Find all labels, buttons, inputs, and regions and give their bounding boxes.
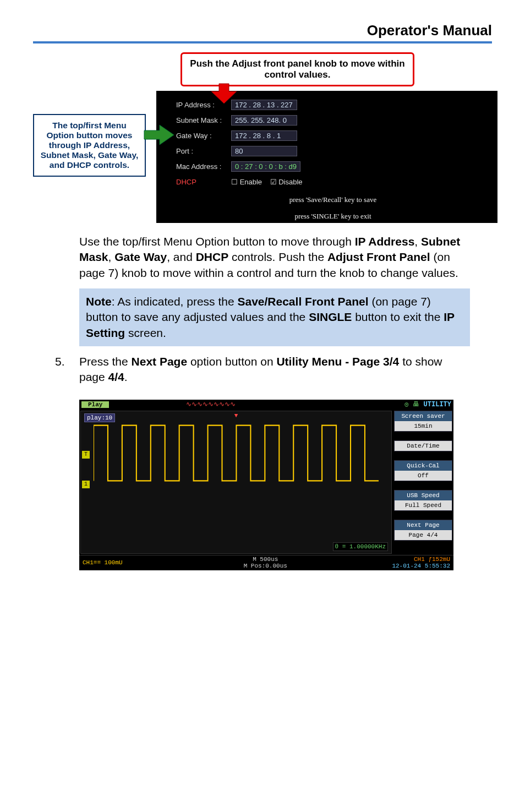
port-field[interactable]: 80: [231, 146, 297, 156]
ip-setting-diagram: IP Address : 172 . 28 . 13 . 227 Subnet …: [33, 52, 492, 223]
mac-address-label: Mac Address :: [176, 162, 231, 171]
menu-date-time[interactable]: Date/Time: [394, 440, 452, 451]
dhcp-enable-checkbox[interactable]: ☐: [231, 178, 240, 186]
menu-label: Screen saver: [395, 411, 452, 421]
step-body: Press the Next Page option button on Uti…: [79, 354, 470, 385]
scope-frequency: θ = 1.00000KHz: [333, 542, 388, 551]
callout-menu-option: The top/first Menu Option button moves t…: [33, 114, 146, 177]
status-icons: ◎ 🖶: [404, 400, 419, 408]
subnet-mask-row: Subnet Mask : 255. 255. 248. 0: [176, 114, 490, 126]
scope-play-count: play:10: [84, 413, 115, 422]
gateway-field[interactable]: 172 . 28 . 8 . 1: [231, 130, 297, 141]
scope-utility-label: UTILITY: [424, 401, 451, 408]
menu-value: Off: [395, 471, 452, 481]
menu-label: Next Page: [395, 520, 452, 530]
dhcp-enable-text: Enable: [240, 178, 262, 186]
dhcp-row: DHCP ☐ Enable ☑ Disable: [176, 176, 490, 188]
waveform: [94, 422, 379, 484]
scope-timebase: M 500usM Pos:0.00us: [244, 556, 287, 569]
menu-usb-speed[interactable]: USB Speed Full Speed: [394, 490, 452, 511]
scope-plot-area: play:10 ▼ T 1 θ = 1.00000KHz: [80, 411, 392, 554]
waveform-icon: ∿∿∿∿∿∿∿∿∿: [186, 400, 236, 408]
note-box: Note: As indicated, press the Save/Recal…: [79, 288, 470, 346]
step-5: 5. Press the Next Page option button on …: [55, 354, 470, 385]
ip-footer-exit: press 'SINGLE' key to exit: [176, 212, 490, 221]
scope-play-indicator: Play: [81, 401, 109, 408]
menu-label: USB Speed: [395, 491, 452, 500]
paragraph-usage: Use the top/first Menu Option button to …: [79, 234, 470, 281]
scope-bottom-bar: CH1== 100mU M 500usM Pos:0.00us CH1 ƒ152…: [79, 555, 453, 570]
gateway-row: Gate Way : 172 . 28 . 8 . 1: [176, 129, 490, 141]
scope-ch1-scale: CH1== 100mU: [83, 559, 123, 566]
dhcp-disable-checkbox[interactable]: ☑: [270, 178, 279, 186]
trigger-marker-icon: ▼: [234, 412, 238, 419]
dhcp-disable-text: Disable: [278, 178, 302, 186]
mac-address-row: Mac Address : 0 : 27 : 0 : 0 : b : d9: [176, 160, 490, 172]
arrow-right-icon: [143, 124, 175, 146]
menu-label: Date/Time: [395, 441, 452, 451]
scope-trigger-info: CH1 ƒ152mU12-01-24 5:55:32: [392, 556, 450, 569]
ip-footer-save: press 'Save/Recall' key to save: [176, 195, 490, 204]
callout-knob: Push the Adjust front panel knob to move…: [181, 52, 414, 86]
port-row: Port : 80: [176, 145, 490, 157]
mac-address-field: 0 : 27 : 0 : 0 : b : d9: [231, 161, 300, 172]
dhcp-label: DHCP: [176, 178, 231, 186]
subnet-mask-label: Subnet Mask :: [176, 116, 231, 124]
ip-address-field[interactable]: 172 . 28 . 13 . 227: [231, 100, 297, 110]
step-number: 5.: [55, 354, 79, 385]
channel-1-marker: 1: [82, 481, 90, 488]
port-label: Port :: [176, 147, 231, 155]
dhcp-options[interactable]: ☐ Enable ☑ Disable: [231, 178, 303, 186]
svg-marker-0: [211, 84, 237, 103]
page-title: Operator's Manual: [33, 22, 492, 39]
subnet-mask-field[interactable]: 255. 255. 248. 0: [231, 115, 297, 126]
arrow-down-icon: [209, 83, 239, 105]
ip-setting-panel: IP Address : 172 . 28 . 13 . 227 Subnet …: [156, 91, 497, 223]
menu-label: Quick-Cal: [395, 461, 452, 471]
scope-top-bar: Play ∿∿∿∿∿∿∿∿∿ ◎ 🖶 UTILITY: [79, 400, 453, 410]
svg-marker-1: [144, 125, 174, 145]
oscilloscope-screenshot: Play ∿∿∿∿∿∿∿∿∿ ◎ 🖶 UTILITY play:10 ▼ T 1…: [79, 400, 492, 570]
gateway-label: Gate Way :: [176, 132, 231, 140]
scope-side-menu: Screen saver 15min Date/Time Quick-Cal O…: [393, 410, 453, 555]
header-divider: [33, 41, 492, 43]
menu-value: Page 4/4: [395, 530, 452, 540]
menu-value: Full Speed: [395, 500, 452, 510]
channel-t-marker: T: [82, 451, 90, 459]
menu-next-page[interactable]: Next Page Page 4/4: [394, 520, 452, 541]
menu-quick-cal[interactable]: Quick-Cal Off: [394, 460, 452, 481]
callout-left-text: The top/first Menu Option button moves t…: [41, 121, 138, 170]
menu-value: 15min: [395, 421, 452, 431]
menu-screen-saver[interactable]: Screen saver 15min: [394, 411, 452, 432]
